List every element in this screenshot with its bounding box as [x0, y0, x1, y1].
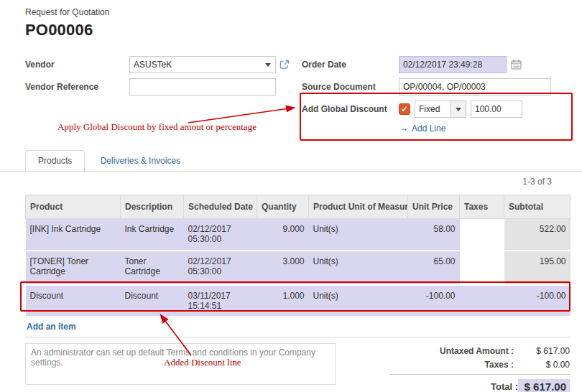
footer-section: Untaxed Amount : $ 617.00 Taxes : $ 0.00…: [25, 343, 570, 392]
cell-quantity: 1.000: [257, 285, 309, 317]
cell-uom: Unit(s): [309, 219, 408, 251]
col-taxes: Taxes: [460, 195, 504, 219]
add-line-label: Add Line: [412, 123, 445, 134]
global-discount-label: Add Global Discount: [302, 104, 399, 114]
col-uom: Product Unit of Measure: [309, 195, 408, 219]
col-subtotal: Subtotal: [504, 195, 571, 219]
discount-amount-input[interactable]: 100.00: [471, 101, 522, 118]
vendor-value: ASUSTeK: [134, 60, 261, 70]
tab-products[interactable]: Products: [25, 150, 85, 171]
table-row[interactable]: [INK] Ink Cartridge Ink Cartridge 02/12/…: [26, 219, 571, 251]
cell-subtotal: 522.00: [504, 219, 571, 251]
discount-amount-value: 100.00: [475, 104, 502, 114]
totals-divider: [390, 374, 570, 375]
cell-taxes: [460, 251, 504, 285]
col-quantity: Quantity: [257, 195, 309, 219]
total-row: Total : $ 617.00: [390, 379, 570, 392]
taxes-label: Taxes :: [485, 360, 514, 370]
table-row[interactable]: [TONER] Toner Cartridge Toner Cartridge …: [26, 251, 571, 285]
vendor-reference-label: Vendor Reference: [25, 82, 129, 92]
table-row-discount[interactable]: Discount Discount 03/11/2017 15:14:51 1.…: [26, 285, 571, 317]
vendor-reference-row: Vendor Reference: [25, 78, 292, 95]
untaxed-amount-value: $ 617.00: [514, 346, 570, 356]
cell-uom: Unit(s): [309, 251, 408, 285]
form-left-column: Vendor ASUSTeK Vendor Reference: [25, 56, 292, 101]
cell-unit-price: -100.00: [408, 285, 460, 317]
cell-unit-price: 58.00: [408, 219, 460, 251]
add-line-row: → Add Line: [399, 123, 573, 134]
rfq-form-page: Request for Quotation PO00006 Vendor ASU…: [0, 0, 582, 392]
cell-uom: Unit(s): [309, 285, 408, 317]
notebook-section: Products Deliveries & Invoices 1-3 of 3 …: [0, 149, 582, 392]
cell-description: Ink Cartridge: [121, 219, 184, 251]
order-lines-table: Product Description Scheduled Date Quant…: [25, 195, 571, 317]
cell-product: Discount: [26, 285, 121, 317]
source-document-input[interactable]: OP/00004, OP/00003: [399, 78, 551, 95]
cell-quantity: 3.000: [257, 251, 309, 285]
add-line-button[interactable]: → Add Line: [399, 123, 445, 134]
global-discount-checkbox[interactable]: ✓: [399, 103, 410, 115]
taxes-value: $ 0.00: [514, 360, 570, 370]
add-an-item-link[interactable]: Add an item: [27, 322, 76, 332]
col-description: Description: [121, 195, 184, 219]
select-button: [451, 101, 466, 117]
taxes-row: Taxes : $ 0.00: [390, 360, 570, 370]
chevron-down-icon: [456, 108, 461, 111]
cell-subtotal: 195.00: [504, 251, 571, 285]
cell-scheduled-date: 02/12/2017 05:30:00: [184, 219, 257, 251]
cell-scheduled-date: 02/12/2017 05:30:00: [184, 251, 257, 285]
discount-type-select[interactable]: Fixed: [415, 101, 466, 118]
cell-quantity: 9.000: [257, 219, 309, 251]
order-date-input[interactable]: 02/12/2017 23:49:28: [399, 56, 507, 73]
external-link-icon[interactable]: [280, 60, 290, 70]
terms-textarea[interactable]: [25, 343, 336, 385]
order-date-row: Order Date 02/12/2017 23:49:28: [302, 56, 573, 73]
cell-taxes: [460, 219, 504, 251]
arrow-right-icon: →: [399, 123, 408, 134]
page-title: PO00006: [25, 21, 109, 39]
tab-bar: Products Deliveries & Invoices: [0, 149, 582, 172]
col-unit-price: Unit Price: [408, 195, 460, 219]
table-header-row: Product Description Scheduled Date Quant…: [26, 195, 571, 219]
untaxed-amount-row: Untaxed Amount : $ 617.00: [390, 346, 570, 356]
annotation-global-discount-note: Apply Global Discount by fixed amout or …: [57, 121, 257, 133]
vendor-row: Vendor ASUSTeK: [25, 56, 292, 73]
vendor-reference-input[interactable]: [129, 78, 276, 95]
vendor-label: Vendor: [25, 60, 129, 70]
calendar-icon[interactable]: [511, 60, 522, 70]
global-discount-row: Add Global Discount ✓ Fixed 100.00: [302, 101, 573, 118]
totals-block: Untaxed Amount : $ 617.00 Taxes : $ 0.00…: [390, 343, 570, 392]
annotation-arrow-global-discount: [188, 108, 294, 123]
cell-description: Toner Cartridge: [121, 251, 184, 285]
order-date-label: Order Date: [302, 60, 399, 70]
vendor-select[interactable]: ASUSTeK: [129, 56, 276, 73]
chevron-down-icon: [265, 63, 271, 67]
source-document-row: Source Document OP/00004, OP/00003: [302, 78, 573, 95]
cell-description: Discount: [121, 285, 184, 317]
cell-unit-price: 65.00: [408, 251, 460, 285]
add-item-row: Add an item: [25, 317, 570, 337]
discount-type-value: Fixed: [419, 104, 451, 114]
cell-subtotal: -100.00: [504, 285, 571, 317]
source-document-label: Source Document: [302, 82, 399, 92]
untaxed-amount-label: Untaxed Amount :: [440, 346, 514, 356]
order-date-value: 02/12/2017 23:49:28: [403, 60, 482, 70]
col-product: Product: [26, 195, 121, 219]
col-scheduled-date: Scheduled Date: [184, 195, 257, 219]
total-value: $ 617.00: [518, 379, 570, 392]
cell-product: [TONER] Toner Cartridge: [26, 251, 121, 285]
document-header: Request for Quotation PO00006: [25, 7, 109, 39]
cell-product: [INK] Ink Cartridge: [26, 219, 121, 251]
document-type-label: Request for Quotation: [25, 7, 109, 17]
source-document-value: OP/00004, OP/00003: [403, 82, 486, 92]
cell-scheduled-date: 03/11/2017 15:14:51: [184, 285, 257, 317]
total-label: Total :: [491, 381, 518, 392]
tab-deliveries-invoices[interactable]: Deliveries & Invoices: [88, 150, 193, 171]
cell-taxes: [460, 285, 504, 317]
pager: 1-3 of 3: [0, 172, 582, 189]
form-right-column: Order Date 02/12/2017 23:49:28 Source Do…: [302, 56, 573, 134]
check-icon: ✓: [401, 104, 408, 114]
